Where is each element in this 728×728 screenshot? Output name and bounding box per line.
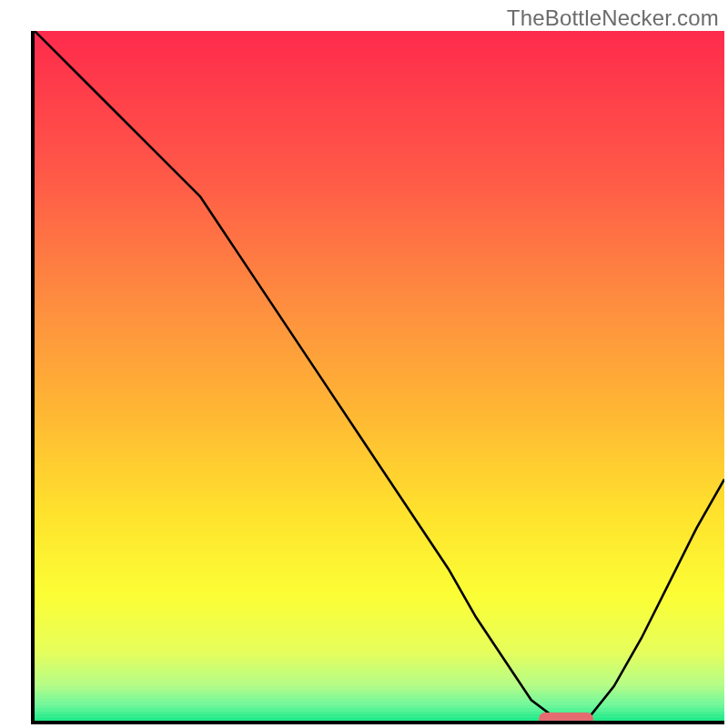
plot-area xyxy=(31,31,724,724)
chart-svg xyxy=(35,31,724,721)
watermark-text: TheBottleNecker.com xyxy=(507,5,719,31)
bottleneck-curve xyxy=(35,31,724,721)
optimal-marker xyxy=(539,713,593,724)
chart-frame: TheBottleNecker.com xyxy=(0,0,728,728)
